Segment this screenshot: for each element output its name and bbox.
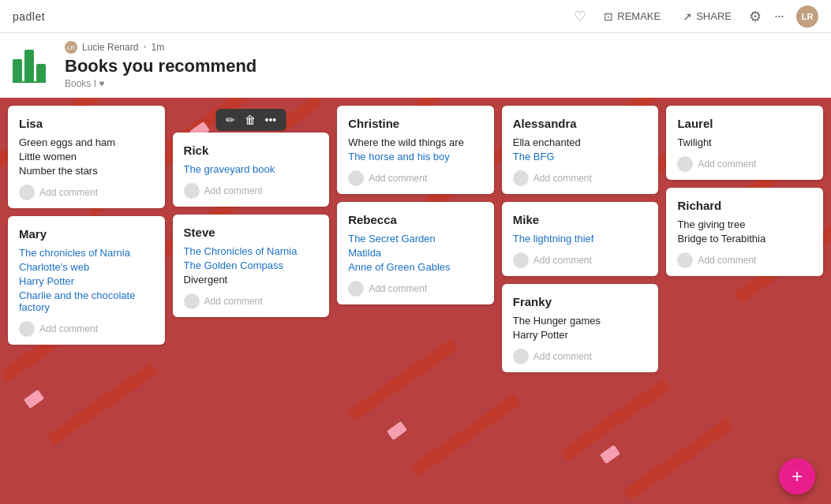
card-toolbar-rick: ✏ 🗑 ••• bbox=[216, 109, 286, 131]
column-4: Alessandra Ella enchanted The BFG Add co… bbox=[502, 106, 659, 502]
book-harry-potter-mary: Harry Potter bbox=[19, 275, 154, 287]
card-rick: ✏ 🗑 ••• Rick The graveyard book Add comm… bbox=[173, 133, 330, 207]
delete-icon[interactable]: 🗑 bbox=[241, 112, 259, 128]
add-comment-rebecca[interactable]: Add comment bbox=[348, 281, 483, 297]
book-chronicles-narnia-steve: The Chronicles of Narnia bbox=[184, 245, 319, 257]
book-anne-green-gables: Anne of Green Gables bbox=[348, 261, 483, 273]
comment-avatar bbox=[19, 185, 35, 200]
card-name-laurel: Laurel bbox=[677, 117, 812, 130]
author-dot: • bbox=[143, 42, 146, 53]
add-comment-label: Add comment bbox=[204, 185, 263, 196]
gear-icon[interactable]: ⚙ bbox=[749, 8, 762, 25]
board-info: LR Lucie Renard • 1m Books you recommend… bbox=[65, 41, 256, 89]
card-name-steve: Steve bbox=[184, 226, 319, 239]
add-comment-label: Add comment bbox=[369, 283, 427, 294]
card-lisa: Lisa Green eggs and ham Little women Num… bbox=[8, 106, 165, 208]
card-steve: Steve The Chronicles of Narnia The Golde… bbox=[173, 215, 330, 317]
card-franky: Franky The Hunger games Harry Potter Add… bbox=[502, 284, 659, 372]
remake-button[interactable]: ⊡ REMAKE bbox=[599, 7, 665, 26]
author-name: Lucie Renard bbox=[82, 42, 138, 53]
add-comment-label: Add comment bbox=[698, 159, 756, 170]
share-icon: ↗ bbox=[683, 10, 692, 23]
card-alessandra: Alessandra Ella enchanted The BFG Add co… bbox=[502, 106, 659, 194]
add-comment-rick[interactable]: Add comment bbox=[184, 183, 319, 199]
heart-icon[interactable]: ♡ bbox=[574, 8, 586, 25]
user-avatar[interactable]: LR bbox=[796, 6, 818, 28]
comment-avatar bbox=[677, 252, 693, 268]
book-giving-tree: The giving tree bbox=[677, 218, 812, 230]
book-harry-potter-franky: Harry Potter bbox=[513, 329, 648, 341]
add-comment-label: Add comment bbox=[369, 173, 427, 184]
add-comment-label: Add comment bbox=[204, 296, 263, 307]
card-name-rick: Rick bbox=[184, 144, 319, 157]
logo-bar3 bbox=[36, 64, 46, 81]
board-header: LR Lucie Renard • 1m Books you recommend… bbox=[0, 33, 831, 98]
logo-bar2 bbox=[24, 50, 34, 81]
card-name-franky: Franky bbox=[513, 295, 648, 308]
comment-avatar bbox=[513, 170, 529, 186]
add-comment-label: Add comment bbox=[533, 351, 592, 362]
board-title: Books you recommend bbox=[65, 56, 256, 77]
book-lightning-thief: The lightning thief bbox=[513, 233, 648, 245]
comment-avatar bbox=[184, 293, 200, 309]
add-comment-mary[interactable]: Add comment bbox=[19, 321, 154, 337]
add-comment-lisa[interactable]: Add comment bbox=[19, 185, 154, 200]
board-columns: Lisa Green eggs and ham Little women Num… bbox=[8, 106, 823, 502]
book-bridge-terabithia: Bridge to Terabithia bbox=[677, 233, 812, 245]
card-name-alessandra: Alessandra bbox=[513, 117, 648, 130]
card-name-mike: Mike bbox=[513, 213, 648, 226]
add-comment-alessandra[interactable]: Add comment bbox=[513, 170, 648, 186]
column-5: Laurel Twilight Add comment Richard The … bbox=[666, 106, 823, 502]
book-graveyard: The graveyard book bbox=[184, 163, 319, 175]
column-3: Christine Where the wild things are The … bbox=[337, 106, 494, 502]
board-area: Lisa Green eggs and ham Little women Num… bbox=[0, 98, 831, 504]
comment-avatar bbox=[19, 321, 35, 337]
comment-avatar bbox=[348, 281, 364, 297]
comment-avatar bbox=[184, 183, 200, 199]
card-christine: Christine Where the wild things are The … bbox=[337, 106, 494, 194]
toolbar-more-icon[interactable]: ••• bbox=[262, 112, 280, 128]
column-1: Lisa Green eggs and ham Little women Num… bbox=[8, 106, 165, 502]
board-logo bbox=[13, 45, 54, 86]
remake-label: REMAKE bbox=[617, 10, 661, 22]
comment-avatar bbox=[677, 156, 693, 172]
header-actions: ♡ ⊡ REMAKE ↗ SHARE ⚙ ··· LR bbox=[574, 6, 818, 28]
share-button[interactable]: ↗ SHARE bbox=[678, 7, 736, 26]
card-rebecca: Rebecca The Secret Garden Matilda Anne o… bbox=[337, 202, 494, 304]
add-comment-franky[interactable]: Add comment bbox=[513, 349, 648, 364]
comment-avatar bbox=[513, 349, 529, 364]
edit-icon[interactable]: ✏ bbox=[223, 112, 238, 128]
book-number-stars: Number the stars bbox=[19, 165, 154, 177]
book-divergent: Divergent bbox=[184, 274, 319, 286]
add-comment-label: Add comment bbox=[39, 323, 98, 334]
add-comment-laurel[interactable]: Add comment bbox=[677, 156, 812, 172]
header: padlet ♡ ⊡ REMAKE ↗ SHARE ⚙ ··· LR bbox=[0, 0, 831, 33]
card-name-lisa: Lisa bbox=[19, 117, 154, 130]
card-mike: Mike The lightning thief Add comment bbox=[502, 202, 659, 276]
logo: padlet bbox=[13, 10, 45, 23]
book-matilda: Matilda bbox=[348, 247, 483, 259]
book-golden-compass: The Golden Compass bbox=[184, 259, 319, 271]
book-twilight: Twilight bbox=[677, 136, 812, 148]
book-charlottes-web: Charlotte's web bbox=[19, 261, 154, 273]
add-comment-label: Add comment bbox=[698, 255, 756, 266]
comment-avatar bbox=[348, 170, 364, 186]
add-comment-christine[interactable]: Add comment bbox=[348, 170, 483, 186]
card-name-rebecca: Rebecca bbox=[348, 213, 483, 226]
card-laurel: Laurel Twilight Add comment bbox=[666, 106, 823, 180]
book-chronicles-narnia-mary: The chronicles of Narnia bbox=[19, 247, 154, 259]
add-comment-richard[interactable]: Add comment bbox=[677, 252, 812, 268]
author-avatar: LR bbox=[65, 41, 77, 54]
add-comment-steve[interactable]: Add comment bbox=[184, 293, 319, 309]
add-comment-mike[interactable]: Add comment bbox=[513, 252, 648, 268]
book-green-eggs: Green eggs and ham bbox=[19, 136, 154, 148]
book-little-women: Little women bbox=[19, 151, 154, 162]
book-hunger-games: The Hunger games bbox=[513, 315, 648, 327]
more-icon[interactable]: ··· bbox=[774, 8, 784, 24]
comment-avatar bbox=[513, 252, 529, 268]
fab-add-button[interactable]: + bbox=[779, 458, 815, 495]
column-2: ✏ 🗑 ••• Rick The graveyard book Add comm… bbox=[173, 106, 330, 502]
card-name-richard: Richard bbox=[677, 199, 812, 212]
book-charlie-chocolate: Charlie and the chocolate factory bbox=[19, 289, 154, 313]
book-horse-boy: The horse and his boy bbox=[348, 151, 483, 162]
